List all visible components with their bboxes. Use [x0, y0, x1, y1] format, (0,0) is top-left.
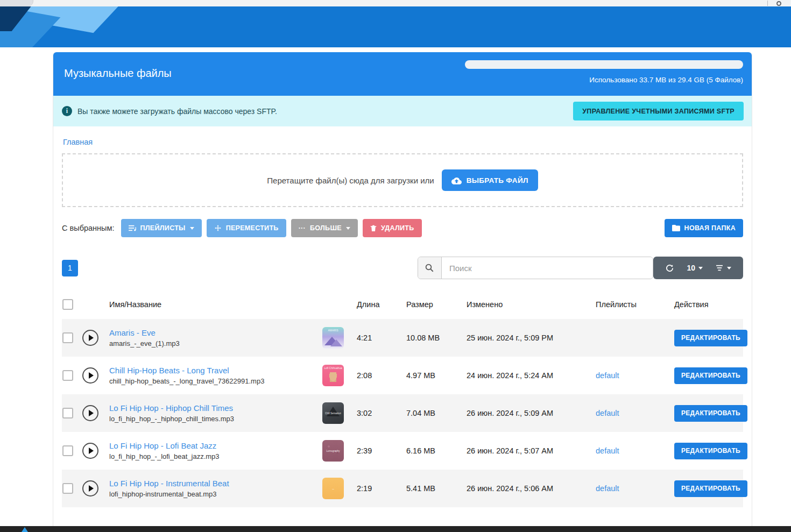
delete-button[interactable]: УДАЛИТЬ [363, 219, 422, 237]
file-title-link[interactable]: Lo Fi Hip Hop - Hiphop Chill Times [109, 403, 322, 413]
playlists-button[interactable]: ПЛЕЙЛИСТЫ [121, 219, 202, 237]
per-page-dropdown[interactable]: 10 [687, 264, 703, 272]
sort-dropdown[interactable] [715, 265, 731, 271]
file-filename: chill_hip-hop_beats_-_long_travel_736229… [109, 377, 322, 385]
footer-bar [0, 526, 791, 532]
header-playlists: Плейлисты [596, 300, 674, 309]
table-row: Chill Hip-Hop Beats - Long Travel chill_… [62, 357, 743, 394]
play-button[interactable] [82, 330, 98, 346]
bulk-actions-row: С выбранным: ПЛЕЙЛИСТЫ ПЕРЕМЕСТИТЬ ··· Б… [62, 219, 743, 237]
file-title-link[interactable]: Lo Fi Hip Hop - Lofi Beat Jazz [109, 441, 322, 450]
file-size: 7.04 MB [406, 409, 467, 417]
per-page-value: 10 [687, 264, 695, 272]
file-size: 5.41 MB [406, 484, 467, 493]
panel-header: Музыкальные файлы Использовано 33.7 MB и… [53, 52, 752, 96]
file-name-cell: Lo Fi Hip Hop - Lofi Beat Jazz lo_fi_hip… [109, 441, 322, 460]
header-modified: Изменено [467, 300, 596, 309]
file-playlist-link[interactable]: default [596, 446, 674, 455]
folder-icon [672, 225, 680, 231]
chevron-down-icon [346, 227, 350, 230]
cloud-upload-icon [451, 176, 462, 185]
file-title-link[interactable]: Lo Fi Hip Hop - Instrumental Beat [109, 479, 322, 488]
more-label: БОЛЬШЕ [310, 224, 342, 232]
choose-file-button[interactable]: ВЫБРАТЬ ФАЙЛ [442, 169, 538, 191]
move-button[interactable]: ПЕРЕМЕСТИТЬ [207, 219, 286, 237]
row-checkbox[interactable] [62, 483, 73, 494]
file-filename: lofi_hiphop-instrumental_beat.mp3 [109, 490, 322, 498]
more-button[interactable]: ··· БОЛЬШЕ [291, 219, 358, 237]
move-label: ПЕРЕМЕСТИТЬ [226, 224, 279, 232]
album-art: Lofi Chihuahua [322, 365, 344, 386]
trash-icon [370, 224, 377, 232]
file-modified: 26 июн. 2024 г., 5:09 AM [467, 409, 596, 417]
select-all-checkbox[interactable] [62, 299, 73, 310]
file-length: 2:08 [357, 371, 406, 380]
playlist-icon [129, 225, 136, 231]
row-checkbox[interactable] [62, 370, 73, 381]
album-art-text: Lofi Chihuahua [324, 366, 342, 370]
play-button[interactable] [82, 443, 98, 459]
edit-button[interactable]: РЕДАКТИРОВАТЬ [674, 405, 747, 422]
browser-tab[interactable] [0, 0, 33, 6]
edit-button[interactable]: РЕДАКТИРОВАТЬ [674, 330, 747, 346]
file-length: 2:19 [357, 484, 406, 493]
row-checkbox[interactable] [62, 332, 73, 343]
file-title-link[interactable]: Amaris - Eve [109, 328, 322, 337]
edit-button[interactable]: РЕДАКТИРОВАТЬ [674, 443, 747, 459]
browser-toolbar-icons [767, 1, 781, 6]
upload-dropzone[interactable]: Перетащите файл(ы) сюда для загрузки или… [62, 153, 743, 207]
browser-strip [0, 0, 791, 6]
new-folder-button[interactable]: НОВАЯ ПАПКА [665, 219, 743, 237]
play-button[interactable] [82, 367, 98, 384]
file-filename: lo_fi_hip_hop_-_hiphop_chill_times.mp3 [109, 415, 322, 423]
file-playlist-link[interactable]: default [596, 409, 674, 417]
album-art: Lomography [322, 440, 344, 462]
file-modified: 26 июн. 2024 г., 5:07 AM [467, 446, 596, 455]
delete-label: УДАЛИТЬ [381, 224, 414, 232]
refresh-button[interactable] [665, 264, 674, 273]
pagination-page-1[interactable]: 1 [62, 260, 78, 276]
file-name-cell: Amaris - Eve amaris_-_eve_(1).mp3 [109, 328, 322, 347]
browser-profile-icon[interactable] [776, 1, 781, 6]
row-checkbox[interactable] [62, 445, 73, 456]
search-box [418, 257, 654, 279]
search-icon [418, 257, 442, 279]
file-length: 3:02 [357, 409, 406, 417]
file-filename: lo_fi_hip_hop_-_lofi_beat_jazz.mp3 [109, 452, 322, 460]
row-checkbox[interactable] [62, 408, 73, 418]
divider [767, 1, 768, 6]
edit-button[interactable]: РЕДАКТИРОВАТЬ [674, 480, 747, 497]
play-button[interactable] [82, 480, 98, 496]
search-input[interactable] [442, 257, 653, 279]
with-selected-label: С выбранным: [62, 224, 115, 232]
list-toolbar: 1 10 [62, 257, 743, 279]
file-size: 6.16 MB [406, 446, 467, 455]
file-modified: 24 июн. 2024 г., 5:24 AM [467, 371, 596, 380]
chevron-down-icon [727, 267, 731, 269]
play-button[interactable] [82, 405, 98, 421]
chevron-down-icon [698, 267, 703, 269]
file-playlist-link[interactable]: default [596, 484, 674, 493]
sftp-info-text: Вы также можете загружать файлы массово … [77, 107, 277, 116]
album-art-text: AMARIS [328, 329, 338, 332]
file-size: 4.97 MB [406, 371, 467, 380]
header-length: Длина [357, 300, 406, 309]
breadcrumb-home-link[interactable]: Главная [63, 138, 93, 146]
album-art: Chill Sensation [322, 402, 344, 424]
playlists-label: ПЛЕЙЛИСТЫ [140, 224, 186, 232]
file-playlist-link[interactable]: default [596, 371, 674, 380]
header-name: Имя/Название [109, 300, 322, 309]
footer-logo-icon [22, 527, 28, 532]
new-folder-label: НОВАЯ ПАПКА [684, 224, 736, 232]
table-row: Amaris - Eve amaris_-_eve_(1).mp3 AMARIS… [62, 319, 743, 357]
table-row: Lo Fi Hip Hop - Instrumental Beat lofi_h… [62, 470, 743, 507]
file-modified: 25 июн. 2024 г., 5:09 PM [467, 334, 596, 342]
file-title-link[interactable]: Chill Hip-Hop Beats - Long Travel [109, 366, 322, 375]
album-art-text: Chill Sensation [325, 412, 341, 415]
manage-sftp-accounts-button[interactable]: УПРАВЛЕНИЕ УЧЕТНЫМИ ЗАПИСЯМИ SFTP [573, 102, 744, 120]
album-art: — [322, 478, 344, 499]
hero-banner [0, 6, 791, 47]
edit-button[interactable]: РЕДАКТИРОВАТЬ [674, 367, 747, 384]
file-filename: amaris_-_eve_(1).mp3 [109, 339, 322, 347]
music-files-panel: Музыкальные файлы Использовано 33.7 MB и… [53, 52, 752, 526]
